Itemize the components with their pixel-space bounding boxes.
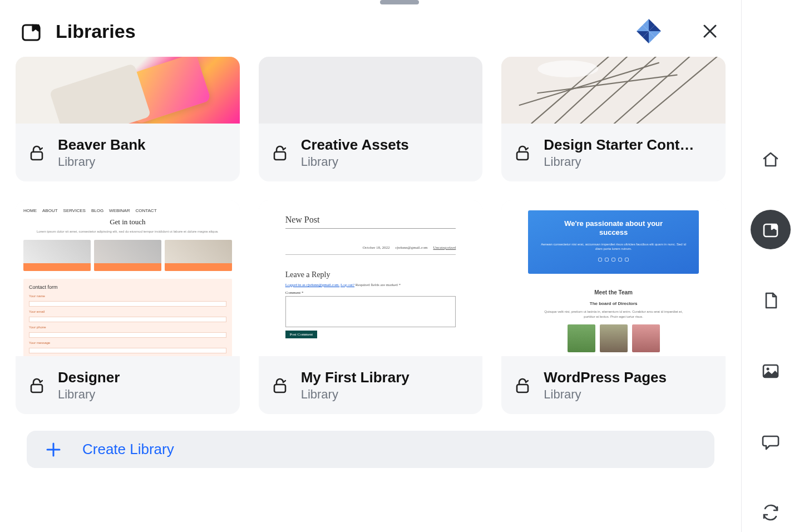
svg-rect-17: [274, 385, 285, 392]
card-title: Beaver Bank: [58, 136, 225, 154]
page-title: Libraries: [56, 21, 621, 42]
card-thumbnail: [16, 57, 240, 124]
card-subtitle: Library: [58, 387, 225, 402]
close-button[interactable]: [699, 20, 721, 42]
card-footer: My First Library Library: [259, 356, 483, 414]
library-card[interactable]: Creative Assets Library: [259, 57, 483, 181]
unlock-icon: [514, 144, 531, 161]
plus-icon: [46, 442, 61, 457]
card-thumbnail: New Post October 18, 2022 cjsdunn@gmail.…: [259, 200, 483, 356]
card-footer: Creative Assets Library: [259, 124, 483, 181]
svg-rect-16: [31, 385, 42, 392]
card-footer: Designer Library: [16, 356, 240, 414]
card-thumbnail: We're passionate about yoursuccess Aenea…: [501, 200, 726, 356]
library-card[interactable]: Beaver Bank Library: [16, 57, 240, 181]
nav-images[interactable]: [751, 351, 791, 391]
card-title: Designer: [58, 369, 225, 386]
nav-home[interactable]: [751, 139, 791, 179]
main-panel: Libraries: [0, 0, 741, 532]
libraries-icon: [20, 20, 42, 42]
library-card[interactable]: Design Starter Cont… Library: [501, 57, 726, 181]
card-footer: Beaver Bank Library: [16, 124, 240, 181]
card-footer: WordPress Pages Library: [501, 356, 726, 414]
card-thumbnail: [259, 57, 483, 124]
create-library-input[interactable]: [82, 441, 696, 458]
svg-rect-11: [31, 152, 42, 160]
card-thumbnail: [501, 57, 726, 124]
unlock-icon: [271, 144, 289, 161]
library-card[interactable]: New Post October 18, 2022 cjsdunn@gmail.…: [259, 200, 483, 414]
card-title: WordPress Pages: [544, 369, 711, 386]
card-subtitle: Library: [301, 387, 468, 402]
nav-libraries[interactable]: [751, 210, 791, 249]
brand-pinwheel-icon[interactable]: [634, 17, 663, 46]
card-title: My First Library: [301, 369, 468, 386]
drag-handle[interactable]: [380, 0, 419, 4]
card-subtitle: Library: [544, 387, 711, 402]
library-grid: Beaver Bank Library: [16, 57, 726, 414]
library-card[interactable]: HOME ABOUT SERVICES BLOG WEBINAR CONTACT…: [16, 200, 240, 414]
card-title: Design Starter Cont…: [544, 136, 711, 154]
right-sidebar: [741, 0, 799, 532]
create-library-bar[interactable]: [27, 431, 714, 468]
card-thumbnail: HOME ABOUT SERVICES BLOG WEBINAR CONTACT…: [16, 200, 240, 356]
card-subtitle: Library: [58, 155, 225, 169]
library-card[interactable]: We're passionate about yoursuccess Aenea…: [501, 200, 726, 414]
content: Beaver Bank Library: [0, 57, 741, 532]
card-title: Creative Assets: [301, 136, 468, 154]
card-subtitle: Library: [301, 155, 468, 169]
svg-rect-12: [274, 152, 285, 160]
unlock-icon: [514, 376, 531, 394]
card-footer: Design Starter Cont… Library: [501, 124, 726, 181]
header: Libraries: [0, 0, 741, 57]
nav-sync[interactable]: [751, 492, 791, 532]
svg-rect-18: [517, 385, 528, 392]
svg-rect-15: [517, 152, 528, 160]
nav-chat[interactable]: [751, 422, 791, 461]
svg-point-14: [538, 61, 599, 77]
nav-documents[interactable]: [751, 280, 791, 320]
svg-point-23: [766, 367, 769, 370]
unlock-icon: [28, 376, 46, 394]
unlock-icon: [28, 144, 46, 161]
unlock-icon: [271, 376, 289, 394]
svg-rect-13: [501, 57, 726, 124]
card-subtitle: Library: [544, 155, 711, 169]
